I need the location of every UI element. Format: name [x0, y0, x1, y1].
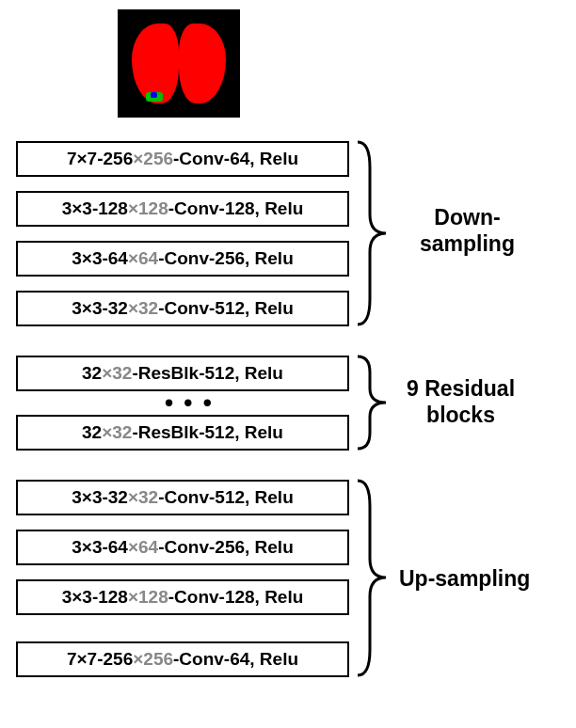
upsample-layer-2: 3×3-64×64-Conv-256, Relu [16, 530, 349, 565]
layer-text: 32×32-ResBlk-512, Relu [82, 363, 283, 384]
lung-right-shape [179, 24, 226, 103]
upsample-layer-3: 3×3-128×128-Conv-128, Relu [16, 579, 349, 615]
residual-label: 9 Residualblocks [407, 376, 515, 428]
upsample-layer-4: 7×7-256×256-Conv-64, Relu [16, 641, 349, 677]
layer-text: 3×3-128×128-Conv-128, Relu [62, 587, 304, 608]
upsample-layer-1: 3×3-32×32-Conv-512, Relu [16, 480, 349, 515]
layer-text: 7×7-256×256-Conv-64, Relu [67, 149, 298, 169]
downsample-layer-1: 7×7-256×256-Conv-64, Relu [16, 141, 349, 177]
layer-text: 7×7-256×256-Conv-64, Relu [67, 649, 298, 670]
nodule-blue-marker [151, 92, 157, 98]
layer-text: 3×3-64×64-Conv-256, Relu [72, 248, 294, 269]
downsample-brace [353, 139, 405, 327]
residual-ellipsis: • • • [165, 388, 214, 418]
layer-text: 3×3-32×32-Conv-512, Relu [72, 298, 294, 319]
lung-segmentation-image [118, 9, 240, 118]
downsample-layer-3: 3×3-64×64-Conv-256, Relu [16, 241, 349, 277]
layer-text: 32×32-ResBlk-512, Relu [82, 422, 283, 443]
residual-block-bottom: 32×32-ResBlk-512, Relu [16, 415, 349, 451]
residual-block-top: 32×32-ResBlk-512, Relu [16, 356, 349, 391]
downsample-label: Down-sampling [420, 205, 515, 257]
downsample-layer-4: 3×3-32×32-Conv-512, Relu [16, 291, 349, 326]
layer-text: 3×3-64×64-Conv-256, Relu [72, 537, 294, 558]
upsample-brace [353, 478, 405, 678]
layer-text: 3×3-32×32-Conv-512, Relu [72, 487, 294, 508]
layer-text: 3×3-128×128-Conv-128, Relu [62, 198, 304, 219]
upsample-label: Up-sampling [399, 566, 530, 593]
downsample-layer-2: 3×3-128×128-Conv-128, Relu [16, 191, 349, 227]
residual-brace [353, 354, 405, 451]
